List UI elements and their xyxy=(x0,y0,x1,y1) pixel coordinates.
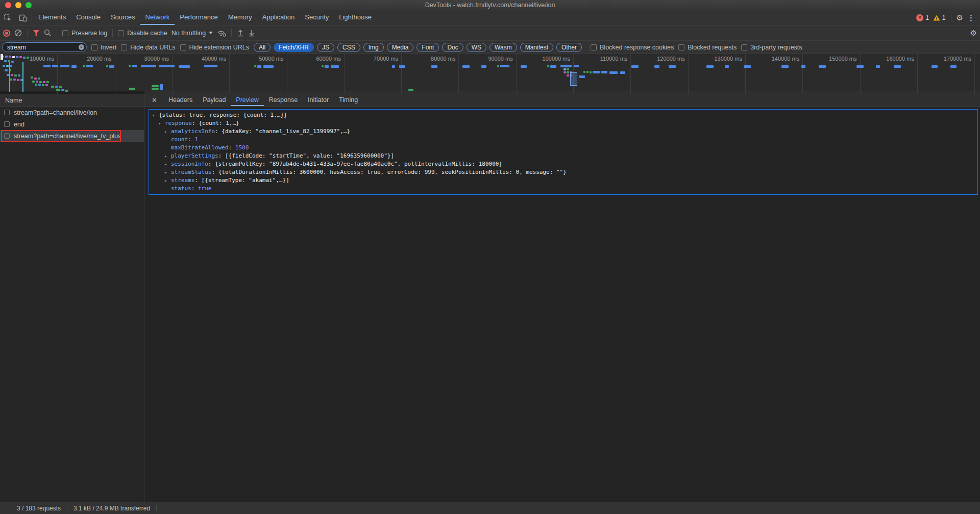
chip-font[interactable]: Font xyxy=(416,43,439,52)
tab-performance[interactable]: Performance xyxy=(175,10,223,25)
blocked-cookies-checkbox[interactable] xyxy=(591,44,597,50)
timeline-gridline xyxy=(802,54,803,94)
request-row-checkbox[interactable] xyxy=(4,110,10,115)
inspect-element-icon[interactable] xyxy=(0,10,15,25)
json-tree-row[interactable]: ▸playerSettings: [{fieldCode: "startTime… xyxy=(150,152,975,160)
network-conditions-icon[interactable] xyxy=(217,30,226,37)
request-row-checkbox[interactable] xyxy=(4,121,10,127)
detail-tab-payload[interactable]: Payload xyxy=(198,94,231,106)
chip-all[interactable]: All xyxy=(254,43,271,52)
network-overview-timeline[interactable]: 10000 ms20000 ms30000 ms40000 ms50000 ms… xyxy=(0,54,980,94)
detail-tab-headers[interactable]: Headers xyxy=(163,94,198,106)
settings-gear-icon[interactable]: ⚙ xyxy=(957,13,963,22)
close-window-button[interactable] xyxy=(5,2,11,8)
collapsed-arrow-icon[interactable]: ▸ xyxy=(164,168,171,176)
devtools-tabbar: ElementsConsoleSourcesNetworkPerformance… xyxy=(0,10,980,25)
json-tree-row[interactable]: ▸streamStatus: {totalDurationInMillis: 3… xyxy=(150,168,975,176)
name-column-header[interactable]: Name xyxy=(0,94,144,107)
invert-checkbox[interactable] xyxy=(91,44,97,50)
request-activity-mark xyxy=(71,65,77,68)
chip-manifest[interactable]: Manifest xyxy=(520,43,553,52)
tab-sources[interactable]: Sources xyxy=(106,10,140,25)
json-tree-row[interactable]: ▾response: {count: 1,…} xyxy=(150,119,975,127)
hide-data-urls-label: Hide data URLs xyxy=(130,44,175,51)
json-tree-row[interactable]: ▸analyticsInfo: {dataKey: "channel_live_… xyxy=(150,127,975,136)
chip-wasm[interactable]: Wasm xyxy=(489,43,517,52)
record-network-log-button[interactable] xyxy=(3,30,10,37)
error-badge[interactable]: ✕ 1 xyxy=(916,14,929,21)
network-toolbar: Preserve log Disable cache No throttling… xyxy=(0,25,980,41)
request-row[interactable]: end xyxy=(0,118,144,130)
json-tree-row[interactable]: ▸sessionInfo: {streamPollKey: "897ab4de-… xyxy=(150,160,975,168)
collapsed-arrow-icon[interactable]: ▸ xyxy=(164,176,171,185)
json-tree-row[interactable]: ▾{status: true, response: {count: 1,…}} xyxy=(150,111,975,119)
tab-lighthouse[interactable]: Lighthouse xyxy=(334,10,377,25)
request-activity-mark xyxy=(547,65,549,67)
json-segment-key: response xyxy=(165,120,192,126)
detail-tab-initiator[interactable]: Initiator xyxy=(303,94,334,106)
request-activity-mark xyxy=(152,88,159,90)
request-row[interactable]: stream?path=channel/live/me_tv_plus xyxy=(0,130,144,142)
collapsed-arrow-icon[interactable]: ▸ xyxy=(164,127,171,136)
collapsed-arrow-icon[interactable]: ▸ xyxy=(164,152,171,160)
minimize-window-button[interactable] xyxy=(15,2,21,8)
tab-security[interactable]: Security xyxy=(300,10,334,25)
request-row-checkbox[interactable] xyxy=(4,133,10,139)
tab-memory[interactable]: Memory xyxy=(223,10,257,25)
tab-network[interactable]: Network xyxy=(140,10,175,25)
warning-badge[interactable]: 1 xyxy=(933,14,946,21)
request-activity-mark xyxy=(579,75,585,78)
throttling-dropdown[interactable]: No throttling xyxy=(172,30,213,37)
detail-tab-preview[interactable]: Preview xyxy=(231,94,263,106)
detail-tab-timing[interactable]: Timing xyxy=(334,94,363,106)
filter-input[interactable] xyxy=(2,42,87,52)
detail-tab-response[interactable]: Response xyxy=(264,94,303,106)
chip-doc[interactable]: Doc xyxy=(442,43,463,52)
clear-network-log-icon[interactable] xyxy=(14,29,22,37)
expanded-arrow-icon[interactable]: ▾ xyxy=(152,111,159,119)
hide-data-urls-checkbox[interactable] xyxy=(121,44,127,50)
request-activity-mark xyxy=(129,88,135,90)
json-tree-row[interactable]: ▸streams: [{streamType: "akamai",…}] xyxy=(150,176,975,185)
chip-ws[interactable]: WS xyxy=(467,43,486,52)
collapsed-arrow-icon[interactable]: ▸ xyxy=(164,160,171,168)
device-toolbar-icon[interactable] xyxy=(15,10,31,25)
chip-other[interactable]: Other xyxy=(556,43,582,52)
export-har-icon[interactable] xyxy=(248,29,255,37)
request-row[interactable]: stream?path=channel/live/ion xyxy=(0,107,144,118)
timeline-tick-label: 100000 ms xyxy=(529,56,570,62)
json-tree-row[interactable]: maxBitrateAllowed: 1500 xyxy=(150,144,975,152)
maximize-window-button[interactable] xyxy=(26,2,32,8)
disable-cache-checkbox[interactable] xyxy=(118,30,124,36)
tab-application[interactable]: Application xyxy=(257,10,300,25)
chip-fetch-xhr[interactable]: Fetch/XHR xyxy=(274,43,314,52)
timeline-gridline xyxy=(172,54,173,94)
hide-extension-urls-checkbox[interactable] xyxy=(180,44,186,50)
kebab-menu-icon[interactable]: ⋮ xyxy=(967,13,975,22)
clear-filter-icon[interactable]: ✕ xyxy=(79,44,84,50)
preserve-log-checkbox[interactable] xyxy=(62,30,68,36)
network-settings-gear-icon[interactable]: ⚙ xyxy=(970,29,977,38)
tab-elements[interactable]: Elements xyxy=(33,10,71,25)
request-activity-mark xyxy=(11,61,14,63)
request-activity-mark xyxy=(43,81,45,83)
tab-console[interactable]: Console xyxy=(71,10,106,25)
search-icon[interactable] xyxy=(44,29,52,37)
filter-icon[interactable] xyxy=(33,30,40,36)
close-detail-icon[interactable]: ✕ xyxy=(144,94,163,106)
json-preview-tree[interactable]: ▾{status: true, response: {count: 1,…}}▾… xyxy=(149,109,978,195)
chip-css[interactable]: CSS xyxy=(337,43,360,52)
json-tree-row[interactable]: status: true xyxy=(150,185,975,193)
request-activity-mark xyxy=(254,65,256,67)
chip-img[interactable]: Img xyxy=(363,43,384,52)
timeline-tick-label: 120000 ms xyxy=(644,56,685,62)
chip-js[interactable]: JS xyxy=(317,43,334,52)
timeline-gridline xyxy=(745,54,746,94)
import-har-icon[interactable] xyxy=(237,29,244,37)
chip-media[interactable]: Media xyxy=(387,43,414,52)
expanded-arrow-icon[interactable]: ▾ xyxy=(158,119,165,127)
request-activity-mark xyxy=(593,71,600,73)
blocked-requests-checkbox[interactable] xyxy=(678,44,684,50)
json-tree-row[interactable]: count: 1 xyxy=(150,136,975,144)
third-party-checkbox[interactable] xyxy=(741,44,747,50)
